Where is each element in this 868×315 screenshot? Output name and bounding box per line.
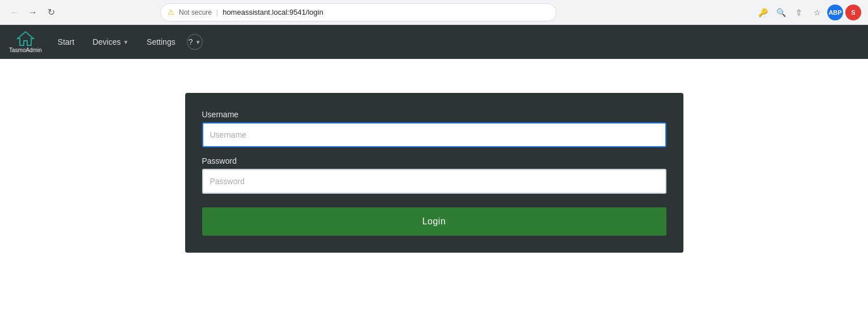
back-button[interactable]: ← bbox=[7, 5, 23, 20]
forward-button[interactable]: → bbox=[25, 5, 41, 20]
help-label: ? bbox=[189, 37, 193, 46]
settings-label: Settings bbox=[147, 37, 176, 46]
start-label: Start bbox=[58, 37, 75, 46]
help-chevron-icon: ▼ bbox=[195, 39, 201, 45]
help-button[interactable]: ? ▼ bbox=[187, 34, 203, 50]
password-input[interactable] bbox=[202, 169, 666, 194]
reload-button[interactable]: ↻ bbox=[43, 5, 59, 20]
app-navbar: TasmoAdmin Start Devices ▼ Settings ? ▼ bbox=[0, 25, 868, 59]
user-profile-button[interactable]: S bbox=[845, 5, 861, 20]
nav-devices[interactable]: Devices ▼ bbox=[85, 33, 135, 51]
devices-label: Devices bbox=[92, 37, 121, 46]
nav-start[interactable]: Start bbox=[51, 33, 82, 51]
browser-chrome: ← → ↻ ⚠ Not secure | homeassistant.local… bbox=[0, 0, 868, 25]
url-text: homeassistant.local:9541/login bbox=[223, 8, 549, 16]
not-secure-label: Not secure bbox=[179, 8, 212, 16]
devices-chevron-icon: ▼ bbox=[123, 39, 129, 45]
browser-actions: 🔑 🔍 ⇧ ☆ ABP S bbox=[755, 5, 861, 20]
page-content: Username Password Login bbox=[0, 59, 868, 315]
address-separator: | bbox=[216, 8, 218, 16]
password-label: Password bbox=[202, 156, 666, 165]
username-label: Username bbox=[202, 110, 666, 119]
password-manager-button[interactable]: 🔑 bbox=[755, 5, 771, 20]
share-button[interactable]: ⇧ bbox=[791, 5, 807, 20]
nav-settings[interactable]: Settings bbox=[140, 33, 182, 51]
password-group: Password bbox=[202, 156, 666, 194]
browser-nav-buttons: ← → ↻ bbox=[7, 5, 59, 20]
login-card: Username Password Login bbox=[185, 93, 683, 253]
login-button[interactable]: Login bbox=[202, 207, 666, 236]
brand-logo[interactable]: TasmoAdmin bbox=[9, 31, 42, 53]
bookmark-button[interactable]: ☆ bbox=[809, 5, 825, 20]
home-icon bbox=[16, 31, 35, 46]
zoom-button[interactable]: 🔍 bbox=[773, 5, 789, 20]
username-input[interactable] bbox=[202, 122, 666, 147]
extension-profile-button[interactable]: ABP bbox=[827, 5, 843, 20]
security-warning-icon: ⚠ bbox=[168, 8, 174, 16]
address-bar[interactable]: ⚠ Not secure | homeassistant.local:9541/… bbox=[160, 3, 557, 22]
brand-label: TasmoAdmin bbox=[9, 48, 42, 53]
username-group: Username bbox=[202, 110, 666, 147]
